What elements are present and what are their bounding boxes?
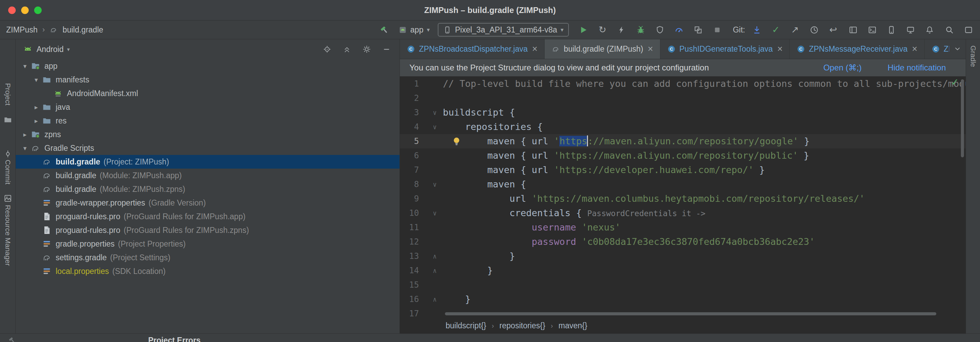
tab-build-gradle-zimpush[interactable]: build.gradle (ZIMPush)× xyxy=(545,39,660,59)
close-window-button[interactable] xyxy=(8,6,16,14)
device-manager-icon[interactable] xyxy=(886,24,897,35)
tree-item-proguard-rules-pro-proguard-rules-for-zimpush-zpns[interactable]: proguard-rules.pro(ProGuard Rules for ZI… xyxy=(16,223,399,237)
fold-marker-icon[interactable]: ∨ xyxy=(419,177,443,192)
zoom-window-button[interactable] xyxy=(34,6,42,14)
chevron-expanded-icon[interactable]: ▾ xyxy=(19,144,31,152)
code-line-10[interactable]: 10∨ credentials { PasswordCredentials it… xyxy=(400,206,966,220)
close-tab-icon[interactable]: × xyxy=(912,44,918,54)
locate-file-icon[interactable] xyxy=(322,44,332,55)
code-line-6[interactable]: 6 maven { url 'https://maven.aliyun.com/… xyxy=(400,149,966,163)
tree-item-androidmanifest-xml[interactable]: AndroidManifest.xml xyxy=(16,86,399,100)
hide-notification-link[interactable]: Hide notification xyxy=(888,63,946,72)
breadcrumb-buildscript[interactable]: buildscript{} xyxy=(445,321,486,330)
project-tool-button[interactable]: Project xyxy=(4,83,12,105)
code-editor[interactable]: 1// Top-level build file where you can a… xyxy=(400,77,966,318)
open-project-structure-link[interactable]: Open (⌘;) xyxy=(823,63,862,72)
minimize-window-button[interactable] xyxy=(21,6,29,14)
code-line-8[interactable]: 8∨ maven { xyxy=(400,177,966,192)
stop-button[interactable] xyxy=(712,24,722,35)
nav-project-crumb[interactable]: ZIMPush xyxy=(6,25,38,35)
code-line-5[interactable]: 5 maven { url 'https://maven.aliyun.com/… xyxy=(400,134,966,149)
chevron-collapsed-icon[interactable]: ▸ xyxy=(30,117,42,125)
fold-marker-icon[interactable]: ∧ xyxy=(419,292,443,307)
resource-manager-icon[interactable] xyxy=(3,194,12,203)
run-configuration-select[interactable]: app ▾ xyxy=(398,25,430,35)
fold-marker-icon[interactable]: ∧ xyxy=(419,263,443,278)
settings-gear-icon[interactable] xyxy=(361,44,372,55)
chevron-expanded-icon[interactable]: ▾ xyxy=(19,62,31,70)
code-line-7[interactable]: 7 maven { url 'https://developer.huawei.… xyxy=(400,163,966,177)
tool-windows-icon[interactable] xyxy=(848,24,858,35)
tree-item-app[interactable]: ▾app xyxy=(16,59,399,73)
notifications-icon[interactable] xyxy=(924,24,935,35)
git-history-icon[interactable] xyxy=(808,24,819,35)
fold-marker-icon[interactable]: ∨ xyxy=(419,120,443,134)
run-button[interactable] xyxy=(578,24,589,35)
code-line-9[interactable]: 9 url 'https://maven.columbus.heytapmobi… xyxy=(400,192,966,206)
problems-tab-label[interactable]: Project Errors xyxy=(148,336,200,342)
git-rollback-icon[interactable]: ↩ xyxy=(828,24,838,35)
tree-item-gradle-properties-project-properties[interactable]: gradle.properties(Project Properties) xyxy=(16,237,399,251)
tab-zpnsbroadcastdispatcher-java[interactable]: CZPNsBroadcastDispatcher.java× xyxy=(400,39,545,59)
coverage-icon[interactable] xyxy=(654,24,665,35)
build-tool-icon[interactable] xyxy=(8,336,16,342)
inspections-ok-icon[interactable]: ✓ xyxy=(951,77,959,88)
vertical-scrollbar[interactable] xyxy=(961,79,964,157)
debug-button[interactable] xyxy=(635,24,646,35)
code-line-3[interactable]: 3∨buildscript { xyxy=(400,105,966,120)
tree-item-res[interactable]: ▸res xyxy=(16,114,399,128)
tab-zpnsmessagereceiver-java[interactable]: CZPNsMessageReceiver.java× xyxy=(790,39,925,59)
code-line-15[interactable]: 15 xyxy=(400,278,966,292)
chevron-expanded-icon[interactable]: ▾ xyxy=(30,76,42,84)
app-inspection-icon[interactable] xyxy=(692,24,703,35)
code-line-4[interactable]: 4∨ repositories { xyxy=(400,120,966,134)
commit-icon[interactable] xyxy=(3,149,12,158)
tab-pushidgeneratetools-java[interactable]: CPushIDGenerateTools.java× xyxy=(660,39,790,59)
profiler-button[interactable] xyxy=(673,24,684,35)
close-tab-icon[interactable]: × xyxy=(648,44,653,54)
tree-item-build-gradle-project-zimpush[interactable]: build.gradle(Project: ZIMPush) xyxy=(16,155,399,169)
resource-manager-tool-button[interactable]: Resource Manager xyxy=(4,205,12,266)
hide-panel-icon[interactable] xyxy=(381,44,392,55)
tree-item-build-gradle-module-zimpush-zpns[interactable]: build.gradle(Module: ZIMPush.zpns) xyxy=(16,182,399,196)
tree-item-gradle-wrapper-properties-gradle-version[interactable]: gradle-wrapper.properties(Gradle Version… xyxy=(16,196,399,209)
breadcrumb-repositories[interactable]: repositories{} xyxy=(500,321,545,330)
chevron-collapsed-icon[interactable]: ▸ xyxy=(30,103,42,111)
apply-changes-icon[interactable] xyxy=(616,24,627,35)
code-line-14[interactable]: 14∧ } xyxy=(400,263,966,278)
fold-marker-icon[interactable]: ∨ xyxy=(419,105,443,120)
tree-item-build-gradle-module-zimpush-app[interactable]: build.gradle(Module: ZIMPush.app) xyxy=(16,169,399,182)
nav-file-crumb[interactable]: build.gradle xyxy=(62,25,103,35)
tree-item-zpns[interactable]: ▸zpns xyxy=(16,128,399,141)
horizontal-scrollbar[interactable] xyxy=(445,312,936,315)
commit-tool-button[interactable]: Commit xyxy=(4,160,12,184)
code-line-11[interactable]: 11 username 'nexus' xyxy=(400,220,966,235)
gradle-tool-button[interactable]: Gradle xyxy=(969,45,977,67)
chevron-collapsed-icon[interactable]: ▸ xyxy=(19,131,31,139)
fold-marker-icon[interactable]: ∨ xyxy=(419,206,443,220)
tree-item-settings-gradle-project-settings[interactable]: settings.gradle(Project Settings) xyxy=(16,251,399,264)
collapse-all-icon[interactable] xyxy=(342,44,352,55)
code-line-16[interactable]: 16∧ } xyxy=(400,292,966,307)
terminal-icon[interactable] xyxy=(867,24,878,35)
close-tab-icon[interactable]: × xyxy=(777,44,783,54)
breadcrumb-maven[interactable]: maven{} xyxy=(558,321,587,330)
device-select[interactable]: Pixel_3a_API_31_arm64-v8a ▾ xyxy=(438,23,569,37)
tree-item-java[interactable]: ▸java xyxy=(16,100,399,114)
code-line-1[interactable]: 1// Top-level build file where you can a… xyxy=(400,77,966,91)
fold-marker-icon[interactable]: ∧ xyxy=(419,249,443,263)
close-tab-icon[interactable]: × xyxy=(532,44,538,54)
git-push-icon[interactable]: ↗ xyxy=(789,24,800,35)
code-line-12[interactable]: 12 password 'c0b08da17e3ec36c3870fed674a… xyxy=(400,235,966,249)
tree-item-proguard-rules-pro-proguard-rules-for-zimpush-app[interactable]: proguard-rules.pro(ProGuard Rules for ZI… xyxy=(16,209,399,223)
hide-windows-icon[interactable] xyxy=(963,24,974,35)
tree-item-manifests[interactable]: ▾manifests xyxy=(16,73,399,86)
git-commit-icon[interactable]: ✓ xyxy=(770,24,781,35)
tree-item-local-properties-sdk-location[interactable]: local.properties(SDK Location) xyxy=(16,264,399,278)
emulator-icon[interactable] xyxy=(905,24,916,35)
build-hammer-icon[interactable] xyxy=(379,24,390,35)
search-everywhere-icon[interactable] xyxy=(944,24,955,35)
code-line-13[interactable]: 13∧ } xyxy=(400,249,966,263)
project-view-select[interactable]: Android xyxy=(37,45,64,54)
hidden-tabs-chevron-icon[interactable] xyxy=(949,39,966,59)
